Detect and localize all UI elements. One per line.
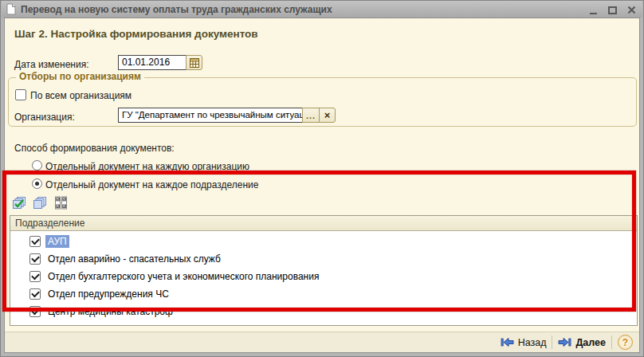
row-checkbox[interactable] [29,253,41,265]
organization-input[interactable]: ГУ "Департамент по чрезвычайным ситуация… [118,108,303,123]
check-all-icon[interactable] [11,195,27,210]
date-input[interactable]: 01.01.2016 [118,55,187,70]
row-checkbox[interactable] [29,306,41,317]
help-button[interactable]: ? [618,335,633,350]
back-label: Назад [518,337,547,348]
row-label: Отдел аварийно - спасательных служб [45,253,223,265]
uncheck-all-icon[interactable] [32,195,48,210]
footer-bar: Назад Далее ? [5,332,639,352]
table-row[interactable]: АУП [10,233,637,250]
window-title: Перевод на новую систему оплаты труда гр… [21,4,332,15]
row-checkbox[interactable] [29,236,41,247]
calendar-button[interactable] [186,55,202,70]
titlebar: Перевод на новую систему оплаты труда гр… [2,1,642,18]
organization-label: Организация: [14,112,75,123]
org-filter-group-title: Отборы по организациям [16,71,144,82]
row-label: АУП [45,235,69,248]
document-icon [6,3,16,15]
departments-table: Подразделение АУП Отдел аварийно - спаса… [10,215,638,326]
table-row[interactable]: Центр медицины катастроф [10,303,637,320]
departments-toolbar [11,195,69,210]
table-row[interactable]: Отдел аварийно - спасательных служб [10,250,637,268]
minimize-icon[interactable] [588,5,598,14]
row-label: Отдел предупреждения ЧС [45,288,171,300]
all-orgs-label: По всем организациям [30,90,132,101]
next-arrow-icon [558,337,571,347]
close-icon[interactable] [626,5,636,14]
row-checkbox[interactable] [29,271,41,282]
table-row[interactable]: Отдел бухгалтерского учета и экономическ… [10,268,637,285]
formation-method-label: Способ формирования документов: [14,143,175,154]
radio-label: Отдельный документ на каждое подразделен… [45,179,258,190]
next-label: Далее [575,337,606,348]
footer-separator [552,335,552,349]
invert-checks-icon[interactable] [53,195,69,210]
wizard-content: Шаг 2. Настройка формирования документов… [4,18,640,353]
table-row[interactable]: Отдел предупреждения ЧС [10,285,637,303]
next-button[interactable]: Далее [558,337,606,348]
departments-list: АУП Отдел аварийно - спасательных служб … [10,231,637,320]
row-checkbox[interactable] [29,288,41,300]
organization-select-button[interactable]: ... [302,108,320,123]
maximize-icon[interactable] [607,5,617,14]
radio-circle[interactable] [32,178,42,189]
calendar-grid-icon [190,58,199,68]
footer-separator [611,335,612,349]
step-heading: Шаг 2. Настройка формирования документов [14,28,258,40]
back-button[interactable]: Назад [501,337,547,348]
window-controls [588,5,636,14]
all-orgs-checkbox[interactable] [15,89,26,100]
back-arrow-icon [501,337,514,347]
table-header: Подразделение [10,216,637,231]
radio-circle[interactable] [32,160,42,171]
row-label: Отдел бухгалтерского учета и экономическ… [45,270,321,283]
row-label: Центр медицины катастроф [45,305,175,318]
radio-label: Отдельный документ на каждую организацию [45,161,249,172]
wizard-window: Перевод на новую систему оплаты труда гр… [0,0,644,357]
date-label: Дата изменения: [14,59,89,70]
organization-clear-button[interactable]: × [319,108,336,123]
